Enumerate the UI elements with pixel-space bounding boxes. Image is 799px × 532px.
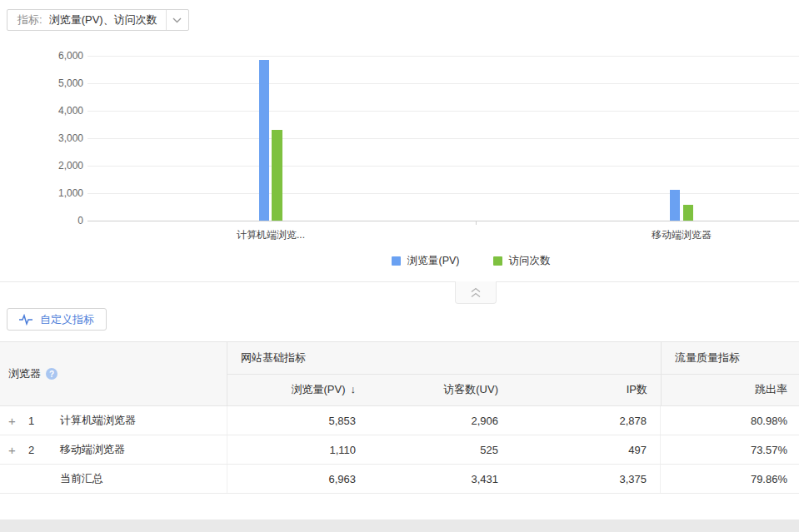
metric-dropdown-label: 指标:: [7, 12, 42, 27]
bounce-rate-value: 80.98%: [661, 415, 799, 427]
pv-value: 5,853: [227, 415, 369, 427]
ip-value: 497: [511, 435, 661, 464]
group-header-basic-metrics: 网站基础指标: [227, 351, 661, 365]
metric-dropdown[interactable]: 指标: 浏览量(PV)、访问次数: [7, 9, 189, 31]
pulse-icon: [19, 314, 33, 326]
custom-metric-button[interactable]: 自定义指标: [7, 308, 107, 331]
x-axis-line: [87, 221, 799, 221]
legend-label: 浏览量(PV): [407, 254, 460, 268]
gridline: [87, 83, 799, 84]
table-header-right: 网站基础指标 流量质量指标 浏览量(PV)↓ 访客数(UV) IP数 跳出率: [227, 342, 799, 405]
bounce-rate-value: 73.57%: [661, 444, 799, 456]
browser-name: 计算机端浏览器: [60, 413, 227, 428]
column-header-ip[interactable]: IP数: [511, 382, 661, 397]
browser-name: 移动端浏览器: [60, 442, 227, 457]
x-axis-category-label: 计算机端浏览...: [204, 228, 337, 242]
gridline: [87, 166, 799, 167]
y-axis-tick-label: 3,000: [0, 132, 83, 144]
y-axis-tick-label: 2,000: [0, 160, 83, 172]
help-icon[interactable]: ?: [46, 368, 57, 380]
y-axis-tick-label: 6,000: [0, 50, 83, 62]
collapse-chart-button[interactable]: [455, 281, 497, 304]
ip-total: 3,375: [511, 465, 661, 493]
header-sub-row: 浏览量(PV)↓ 访客数(UV) IP数 跳出率: [227, 375, 799, 406]
pv-value: 1,110: [227, 444, 369, 456]
row-index: 2: [28, 444, 60, 456]
summary-row: 当前汇总 6,963 3,431 3,375 79.86%: [0, 465, 799, 494]
bottom-scroll-track: [0, 520, 799, 532]
y-axis-tick-label: 5,000: [0, 77, 83, 89]
bar-visits-computer[interactable]: [272, 130, 282, 221]
report-page: 指标: 浏览量(PV)、访问次数 6,000 5,000 4,000 3,000…: [0, 0, 799, 532]
axis-boundary-tick: [476, 221, 477, 225]
summary-label: 当前汇总: [60, 471, 227, 486]
row-index: 1: [28, 415, 60, 427]
chevron-down-icon[interactable]: [167, 17, 188, 23]
gridline: [87, 193, 799, 194]
x-axis-category-label: 移动端浏览器: [615, 228, 748, 242]
group-header-quality-metrics: 流量质量指标: [661, 342, 799, 374]
uv-value: 525: [369, 444, 511, 456]
legend-swatch-visits: [493, 256, 502, 266]
y-axis-tick-label: 0: [0, 215, 83, 226]
gridline: [87, 56, 799, 57]
double-chevron-up-icon: [469, 287, 482, 298]
dimension-header-label: 浏览器: [8, 366, 41, 381]
expand-row-icon[interactable]: +: [0, 443, 28, 457]
legend-item-visits[interactable]: 访问次数: [493, 254, 551, 268]
y-axis-tick-label: 4,000: [0, 105, 83, 117]
table-row[interactable]: + 2 移动端浏览器 1,110 525 497 73.57%: [0, 435, 799, 465]
bar-pv-computer[interactable]: [259, 60, 269, 221]
column-header-pv[interactable]: 浏览量(PV)↓: [227, 382, 369, 397]
ip-value: 2,878: [511, 406, 661, 435]
uv-total: 3,431: [369, 473, 511, 485]
legend-swatch-pv: [392, 256, 401, 266]
pv-total: 6,963: [227, 473, 369, 485]
column-header-bounce-rate[interactable]: 跳出率: [661, 375, 799, 406]
chart-legend: 浏览量(PV) 访问次数: [392, 254, 551, 268]
section-divider: [0, 281, 799, 282]
gridline: [87, 138, 799, 139]
metric-dropdown-value: 浏览量(PV)、访问次数: [42, 12, 166, 27]
legend-item-pv[interactable]: 浏览量(PV): [392, 254, 460, 268]
bar-pv-mobile[interactable]: [670, 190, 680, 221]
table-row[interactable]: + 1 计算机端浏览器 5,853 2,906 2,878 80.98%: [0, 406, 799, 435]
table-header: 浏览器 ? 网站基础指标 流量质量指标 浏览量(PV)↓ 访客数(UV) IP数…: [0, 341, 799, 406]
bounce-rate-total: 79.86%: [661, 473, 799, 485]
custom-metric-label: 自定义指标: [40, 312, 94, 327]
column-header-uv[interactable]: 访客数(UV): [369, 382, 511, 397]
legend-label: 访问次数: [509, 254, 551, 268]
uv-value: 2,906: [369, 415, 511, 427]
header-group-row: 网站基础指标 流量质量指标: [227, 342, 799, 375]
expand-row-icon[interactable]: +: [0, 414, 28, 428]
gridline: [87, 111, 799, 112]
browser-report-table: 浏览器 ? 网站基础指标 流量质量指标 浏览量(PV)↓ 访客数(UV) IP数…: [0, 341, 799, 494]
sort-desc-icon: ↓: [351, 383, 357, 395]
y-axis-tick-label: 1,000: [0, 187, 83, 199]
bar-visits-mobile[interactable]: [683, 205, 693, 221]
column-header-browser: 浏览器 ?: [0, 342, 227, 405]
